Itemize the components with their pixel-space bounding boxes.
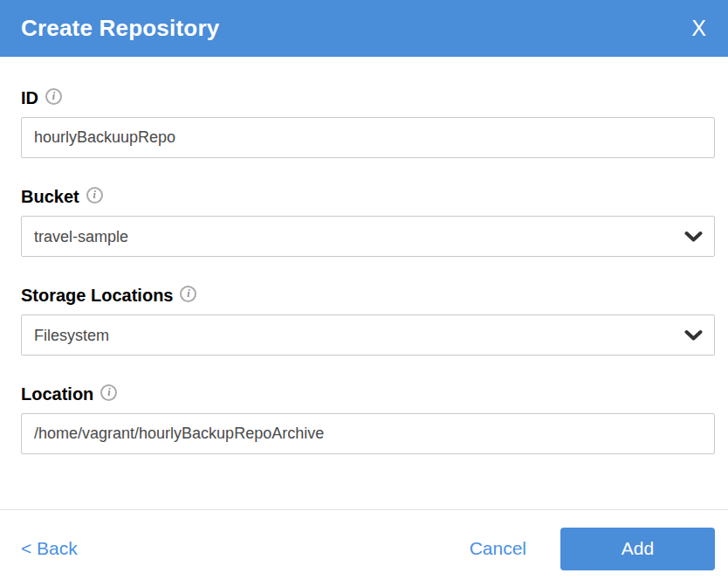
- dialog-header: Create Repository X: [0, 0, 728, 57]
- bucket-label-row: Bucket i: [21, 187, 715, 207]
- dialog-footer: < Back Cancel Add: [0, 509, 728, 587]
- info-icon[interactable]: i: [100, 384, 117, 401]
- field-location: Location i: [21, 384, 715, 454]
- location-input[interactable]: [21, 413, 715, 454]
- storage-locations-label: Storage Locations: [21, 286, 173, 306]
- info-icon[interactable]: i: [180, 286, 196, 302]
- close-icon[interactable]: X: [688, 16, 710, 41]
- cancel-button[interactable]: Cancel: [470, 538, 526, 559]
- location-label-row: Location i: [21, 384, 715, 404]
- storage-locations-label-row: Storage Locations i: [21, 286, 715, 306]
- field-bucket: Bucket i travel-sample: [21, 187, 715, 257]
- storage-locations-select[interactable]: Filesystem: [21, 314, 715, 356]
- add-button[interactable]: Add: [560, 528, 715, 570]
- info-icon[interactable]: i: [86, 187, 103, 204]
- bucket-label: Bucket: [21, 187, 79, 207]
- bucket-select-wrap: travel-sample: [21, 216, 715, 257]
- storage-locations-select-wrap: Filesystem: [21, 314, 715, 356]
- create-repository-dialog: Create Repository X ID i Bucket i travel…: [0, 0, 728, 587]
- field-storage-locations: Storage Locations i Filesystem: [21, 286, 715, 356]
- location-label: Location: [21, 384, 93, 404]
- back-link[interactable]: < Back: [21, 538, 78, 559]
- dialog-body: ID i Bucket i travel-sample: [0, 57, 728, 509]
- info-icon[interactable]: i: [45, 88, 62, 105]
- dialog-title: Create Repository: [21, 15, 688, 42]
- field-id: ID i: [21, 88, 715, 158]
- id-label: ID: [21, 88, 38, 108]
- id-label-row: ID i: [21, 88, 715, 108]
- id-input[interactable]: [21, 117, 715, 158]
- bucket-select[interactable]: travel-sample: [21, 216, 715, 257]
